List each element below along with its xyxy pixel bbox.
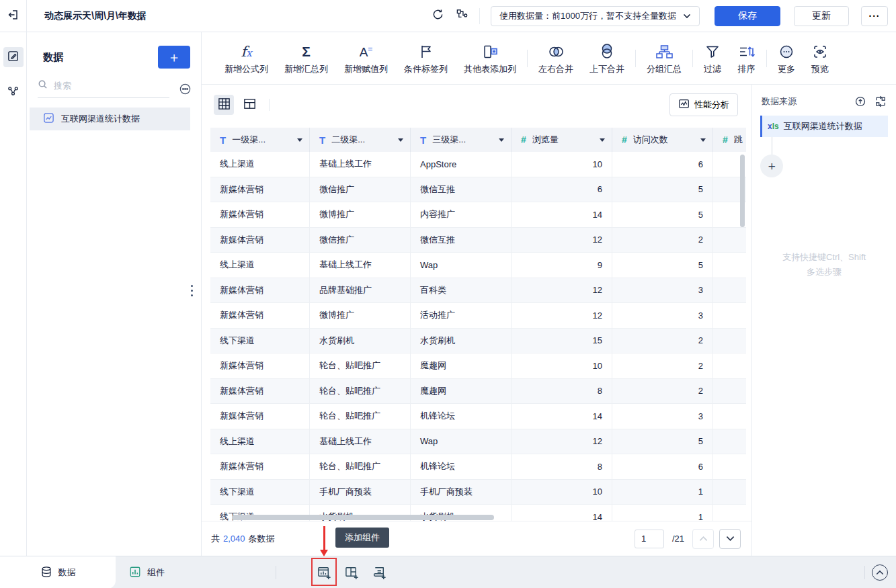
table-cell: 5 — [612, 177, 713, 203]
toolbar-merge-lr-button[interactable]: 左右合并 — [530, 41, 581, 75]
toolbar-label: 分组汇总 — [647, 63, 682, 75]
table-cell: 14 — [512, 404, 612, 429]
column-header[interactable]: T三级渠... — [411, 128, 512, 152]
toolbar-label: 上下合并 — [589, 63, 624, 75]
toolbar-label: 其他表添加列 — [464, 63, 516, 75]
column-header[interactable]: #访问次数 — [612, 128, 713, 152]
table-add-icon — [482, 41, 498, 60]
relation-view-button[interactable] — [452, 7, 471, 26]
column-header[interactable]: #浏览量 — [512, 128, 612, 152]
chevron-down-icon — [683, 13, 691, 19]
tab-data[interactable]: 数据 — [0, 556, 116, 588]
toolbar-filter-button[interactable]: 过滤 — [696, 41, 729, 75]
toolbar-preview-button[interactable]: 预览 — [803, 41, 837, 75]
column-name: 访问次数 — [633, 134, 696, 146]
rail-lineage-button[interactable] — [3, 82, 24, 102]
table-row[interactable]: 新媒体营销微博推广内容推广145 — [210, 202, 746, 228]
toolbar-formula-button[interactable]: fx新增公式列 — [216, 41, 276, 75]
back-button[interactable] — [0, 0, 27, 32]
toolbar-assign-button[interactable]: A=新增赋值列 — [336, 41, 396, 75]
previous-page-button[interactable] — [692, 529, 714, 549]
update-button[interactable]: 更新 — [794, 6, 849, 26]
toolbar-group-summary-button[interactable]: 分组汇总 — [639, 41, 690, 75]
table-cell: 2 — [612, 379, 713, 405]
table-cell: 水货刷机 — [310, 329, 411, 354]
collapse-panel-button[interactable] — [872, 564, 888, 581]
add-step-button[interactable]: ＋ — [760, 155, 783, 177]
table-row[interactable]: 新媒体营销微博推广活动推广123 — [210, 303, 746, 329]
history-button[interactable] — [854, 95, 866, 108]
vertical-scrollbar[interactable] — [740, 155, 745, 227]
toolbar-table-add-button[interactable]: 其他表添加列 — [456, 41, 524, 75]
grid-view-toggle[interactable] — [214, 95, 234, 115]
column-menu-caret[interactable] — [600, 138, 605, 142]
column-menu-caret[interactable] — [499, 138, 504, 142]
table-cell: 12 — [512, 429, 612, 455]
table-cell: 百科类 — [411, 278, 512, 304]
toolbar-sort-button[interactable]: 排序 — [729, 41, 764, 75]
switch-source-button[interactable] — [874, 95, 887, 108]
table-row[interactable]: 线上渠道基础上线工作Wap125 — [210, 429, 746, 455]
source-step-item[interactable]: xls 互联网渠道统计数据 — [760, 116, 888, 137]
table-row[interactable]: 新媒体营销轮台、贴吧推广魔趣网82 — [210, 379, 746, 405]
performance-analysis-button[interactable]: 性能分析 — [669, 93, 738, 116]
table-row[interactable]: 线下渠道水货刷机水货刷机152 — [210, 329, 746, 354]
column-header[interactable]: #跳 — [713, 128, 746, 152]
chevron-up-circle-icon — [876, 570, 884, 575]
add-report-component-button[interactable] — [371, 564, 388, 581]
multi-select-hint: 支持快捷键Ctrl、Shift 多选步骤 — [752, 250, 896, 280]
toolbar-sigma-button[interactable]: Σ新增汇总列 — [276, 41, 336, 75]
add-dashboard-component-button[interactable] — [343, 564, 360, 581]
table-row[interactable]: 线上渠道基础上线工作Wap95 — [210, 253, 746, 278]
more-menu-button[interactable]: ··· — [861, 6, 888, 26]
performance-label: 性能分析 — [694, 99, 729, 111]
column-header[interactable]: T二级渠... — [310, 128, 411, 152]
save-button[interactable]: 保存 — [715, 6, 780, 26]
table-cell — [713, 454, 746, 480]
horizontal-scrollbar[interactable] — [232, 515, 494, 520]
layout-view-toggle[interactable] — [239, 95, 259, 115]
tab-component[interactable]: 组件 — [122, 556, 171, 588]
dataset-list-item[interactable]: 互联网渠道统计数据 — [30, 108, 190, 130]
column-menu-caret[interactable] — [700, 138, 706, 142]
table-cell: 3 — [612, 404, 713, 429]
table-cell: 15 — [512, 329, 612, 354]
chevron-up-icon — [699, 536, 708, 542]
next-page-button[interactable] — [719, 529, 741, 549]
table-row[interactable]: 新媒体营销轮台、贴吧推广机锋论坛86 — [210, 454, 746, 480]
page-number-input[interactable] — [635, 530, 664, 548]
column-menu-caret[interactable] — [297, 138, 302, 142]
refresh-button[interactable] — [428, 7, 447, 26]
table-row[interactable]: 新媒体营销微信推广微信互推65 — [210, 177, 746, 203]
table-row[interactable]: 线下渠道手机厂商预装手机厂商预装101 — [210, 480, 746, 505]
toolbar-label: 排序 — [738, 63, 756, 75]
table-cell — [713, 429, 746, 455]
table-cell: 微信互推 — [411, 228, 512, 253]
sort-icon — [737, 41, 756, 60]
table-cell: 线上渠道 — [210, 152, 310, 177]
toolbar-more-circle-button[interactable]: 更多 — [770, 41, 803, 75]
highlight-red-box — [311, 558, 337, 586]
rail-edit-table-button[interactable] — [3, 47, 24, 67]
search-input[interactable] — [54, 81, 128, 91]
table-row[interactable]: 新媒体营销轮台、贴吧推广魔趣网102 — [210, 353, 746, 379]
flag-icon — [418, 41, 434, 60]
xls-file-icon: xls — [768, 122, 779, 131]
column-header[interactable]: T一级渠... — [210, 128, 310, 152]
table-cell: 轮台、贴吧推广 — [310, 454, 411, 480]
table-row[interactable]: 新媒体营销微信推广微信互推122 — [210, 228, 746, 253]
table-row[interactable]: 线上渠道基础上线工作AppStore106 — [210, 152, 746, 177]
table-row[interactable]: 新媒体营销品牌基础推广百科类123 — [210, 278, 746, 304]
table-workspace: 性能分析 T一级渠...T二级渠...T三级渠...#浏览量#访问次数#跳 线上… — [202, 85, 751, 556]
column-menu-caret[interactable] — [398, 138, 403, 142]
table-cell: 14 — [512, 202, 612, 228]
tab-component-label: 组件 — [147, 566, 165, 579]
toolbar-flag-button[interactable]: 条件标签列 — [396, 41, 456, 75]
table-row[interactable]: 新媒体营销轮台、贴吧推广机锋论坛143 — [210, 404, 746, 429]
toolbar-merge-tb-button[interactable]: 上下合并 — [581, 41, 633, 75]
data-source-title: 数据来源 — [762, 95, 797, 108]
data-usage-dropdown[interactable]: 使用数据量：前1000万行，暂不支持全量数据 — [491, 6, 700, 26]
panel-resize-handle[interactable] — [191, 285, 193, 296]
search-options-button[interactable] — [179, 83, 192, 95]
add-dataset-button[interactable]: ＋ — [158, 46, 190, 69]
